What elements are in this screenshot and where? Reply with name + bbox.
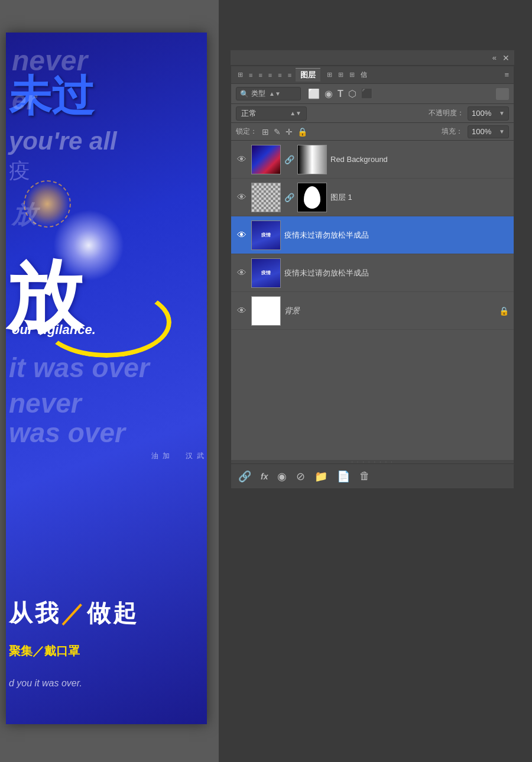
lock-move-btn[interactable]: ✛ xyxy=(286,127,293,137)
layer-name-chinese1: 疫情未过请勿放松半成品 xyxy=(284,230,509,241)
layer-row-layer1[interactable]: 👁 🔗 图层 1 xyxy=(231,179,514,216)
opacity-value-text: 100% xyxy=(472,109,499,118)
lock-label: 锁定： xyxy=(236,127,257,137)
fill-input[interactable]: 100% ▼ xyxy=(468,125,509,138)
filter-adjust-icon[interactable]: ⬛ xyxy=(361,88,373,99)
layer-name-background: 背景 xyxy=(284,306,495,316)
filter-shape-icon[interactable]: ⬡ xyxy=(348,88,356,99)
panel-tab-row: ⊞ ≡ ≡ ≡ ≡ ≡ 图层 ⊞ ⊞ ⊞ 信 ≡ xyxy=(231,66,514,84)
artwork-text-bottom: d you it was over. xyxy=(9,678,82,689)
artwork-text-chinese2: 疫 xyxy=(9,157,30,186)
artwork-text-wave: 放 xyxy=(12,198,37,231)
fill-arrow: ▼ xyxy=(499,128,505,135)
layer-link-layer1: 🔗 xyxy=(284,193,294,202)
layer-eye-chinese1[interactable]: 👁 xyxy=(236,230,248,241)
layer-eye-chinese2[interactable]: 👁 xyxy=(236,268,248,278)
artwork-text-er: er xyxy=(12,86,37,115)
layers-panel: ⊞ ≡ ≡ ≡ ≡ ≡ 图层 ⊞ ⊞ ⊞ 信 ≡ 🔍 类型 ▲▼ ⬜ ◉ T ⬡… xyxy=(231,66,514,489)
artwork-text-youre: you're all xyxy=(9,127,117,155)
filter-circle-icon[interactable]: ◉ xyxy=(325,88,333,99)
lock-pixel-btn[interactable]: ⊞ xyxy=(262,127,269,137)
artwork-text-never2: never xyxy=(9,387,82,419)
panel-tab-icon-6: ≡ xyxy=(286,72,293,79)
layer-thumb-chinese1: 疫情 xyxy=(251,221,281,250)
layer-thumb-chinese2: 疫情 xyxy=(251,258,281,288)
lock-row: 锁定： ⊞ ✎ ✛ 🔒 填充： 100% ▼ xyxy=(231,123,514,141)
blend-row: 正常 ▲▼ 不透明度： 100% ▼ xyxy=(231,104,514,123)
layer-row-red-bg[interactable]: 👁 🔗 Red Background xyxy=(231,141,514,179)
layer-name-chinese2: 疫情未过请勿放松半成品 xyxy=(284,268,509,278)
artwork-text-chinese4: 从我／做起 xyxy=(9,597,139,630)
panel-tab-active[interactable]: 图层 xyxy=(296,68,320,82)
layer-thumb-red-bg xyxy=(251,145,281,174)
artwork-text-wasover: was over xyxy=(9,417,125,449)
fill-label: 填充： xyxy=(442,127,463,137)
bottom-link-btn[interactable]: 🔗 xyxy=(238,470,251,483)
bottom-fx-btn[interactable]: fx xyxy=(261,472,268,481)
panel-tab-icon-9: ⊞ xyxy=(348,71,356,79)
artwork: never 未过 er you're all 疫 放 放 our vigilan… xyxy=(6,33,207,724)
filter-search-box[interactable]: 🔍 类型 ▲▼ xyxy=(236,87,301,100)
layer-name-red-bg: Red Background xyxy=(330,155,509,164)
layer-thumb-layer1 xyxy=(251,183,281,212)
panel-tab-icon-5: ≡ xyxy=(276,72,283,79)
fill-value-text: 100% xyxy=(472,127,499,136)
blend-mode-select[interactable]: 正常 ▲▼ xyxy=(236,106,307,121)
lock-all-btn[interactable]: 🔒 xyxy=(297,127,307,137)
opacity-label: 不透明度： xyxy=(429,108,464,118)
filter-arrow-icon: ▲▼ xyxy=(269,90,281,97)
filter-search-icon: 🔍 xyxy=(240,90,249,98)
panel-tab-icon-4: ≡ xyxy=(267,72,274,79)
filter-icons-group: ⬜ ◉ T ⬡ ⬛ xyxy=(308,88,373,99)
layer-lock-background: 🔒 xyxy=(499,306,509,316)
layer-eye-background[interactable]: 👁 xyxy=(236,306,248,316)
canvas-area: never 未过 er you're all 疫 放 放 our vigilan… xyxy=(0,0,219,762)
resize-dots: · · · · · · · · xyxy=(351,459,394,465)
panel-tab-icon-1: ⊞ xyxy=(236,71,245,79)
panel-close-icon[interactable]: ✕ xyxy=(502,53,510,63)
filter-toggle[interactable] xyxy=(496,88,509,100)
bottom-folder-btn[interactable]: 📁 xyxy=(314,470,327,483)
filter-type-text: 类型 xyxy=(251,89,265,99)
layer-link-red-bg: 🔗 xyxy=(284,155,294,164)
artwork-text-vigilance: our vigilance. xyxy=(12,322,96,338)
bottom-adj-btn[interactable]: ⊘ xyxy=(296,470,305,483)
bottom-new-fill-btn[interactable]: ◉ xyxy=(277,470,287,483)
filter-pixel-icon[interactable]: ⬜ xyxy=(308,88,320,99)
layers-empty-space xyxy=(231,330,514,460)
bottom-trash-btn[interactable]: 🗑 xyxy=(359,470,370,482)
panel-tab-xin[interactable]: 信 xyxy=(359,70,369,79)
filter-text-icon[interactable]: T xyxy=(338,89,343,99)
layer-name-layer1: 图层 1 xyxy=(330,192,509,203)
panel-menu-icon[interactable]: ≡ xyxy=(504,70,509,79)
panel-bottom-toolbar: 🔗 fx ◉ ⊘ 📁 📄 🗑 xyxy=(231,463,514,488)
layer-mask-red-bg xyxy=(297,145,327,174)
panel-tab-icon-7: ⊞ xyxy=(325,71,334,79)
panel-tab-icon-3: ≡ xyxy=(257,72,264,79)
layer-row-background[interactable]: 👁 背景 🔒 xyxy=(231,292,514,330)
window-titlebar: « ✕ xyxy=(231,50,514,66)
blend-mode-value: 正常 xyxy=(241,108,287,119)
panel-double-arrow[interactable]: « xyxy=(492,53,497,62)
lock-brush-btn[interactable]: ✎ xyxy=(274,127,281,137)
artwork-text-over: it was over xyxy=(9,352,150,384)
filter-row: 🔍 类型 ▲▼ ⬜ ◉ T ⬡ ⬛ xyxy=(231,84,514,104)
panel-tab-icon-8: ⊞ xyxy=(336,71,345,79)
artwork-text-chinese5: 聚集／戴口罩 xyxy=(9,643,80,659)
panel-tab-icon-2: ≡ xyxy=(247,72,254,79)
blend-mode-arrow: ▲▼ xyxy=(290,110,301,116)
opacity-arrow: ▼ xyxy=(499,110,505,116)
layer-eye-layer1[interactable]: 👁 xyxy=(236,192,248,203)
layer-row-chinese2[interactable]: 👁 疫情 疫情未过请勿放松半成品 xyxy=(231,254,514,292)
layer-mask-layer1 xyxy=(297,183,327,212)
layer-eye-red-bg[interactable]: 👁 xyxy=(236,154,248,165)
opacity-input[interactable]: 100% ▼ xyxy=(468,106,509,121)
layer-row-chinese1[interactable]: 👁 疫情 疫情未过请勿放松半成品 xyxy=(231,216,514,254)
bottom-new-layer-btn[interactable]: 📄 xyxy=(337,470,350,483)
layer-thumb-background xyxy=(251,296,281,326)
